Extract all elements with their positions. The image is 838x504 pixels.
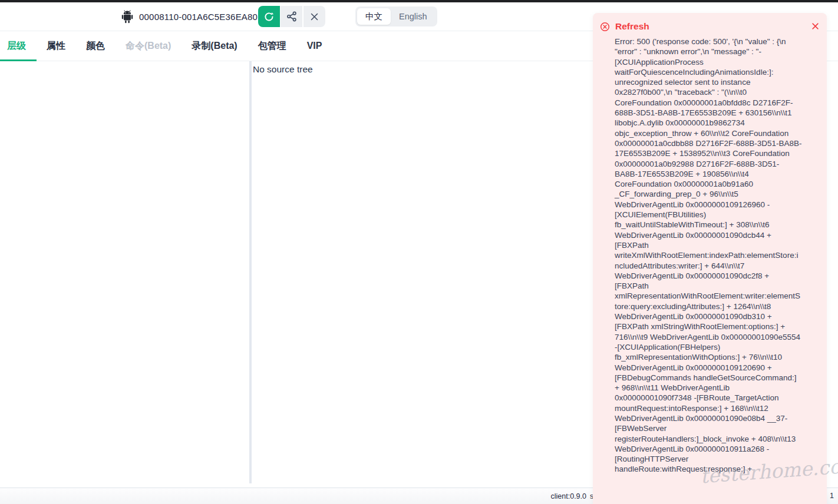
client-version-label: client:0.9.0: [551, 492, 586, 500]
tab-properties[interactable]: 属性: [47, 40, 65, 52]
tab-commands-beta: 命令(Beta): [126, 40, 171, 52]
refresh-button[interactable]: [258, 6, 280, 27]
error-message: Error: 500 ('response code: 500', '{\n "…: [615, 37, 802, 475]
tab-colors[interactable]: 颜色: [86, 40, 105, 52]
share-icon: [286, 11, 298, 22]
close-icon: [309, 12, 319, 22]
language-toggle: 中文 English: [355, 6, 437, 26]
tab-recording-beta[interactable]: 录制(Beta): [192, 40, 237, 52]
error-title: Refresh: [615, 21, 649, 32]
device-serial: 00008110-001A6C5E36EA801E: [139, 12, 269, 22]
disconnect-button[interactable]: [303, 6, 325, 27]
android-icon: [121, 10, 133, 24]
error-notification-header: Refresh: [593, 13, 827, 35]
tab-package-manager[interactable]: 包管理: [258, 40, 286, 52]
tab-hierarchy[interactable]: 层级: [7, 40, 26, 52]
error-notification: Refresh Error: 500 ('response code: 500'…: [593, 13, 827, 504]
error-close-button[interactable]: [810, 21, 820, 31]
status-right-fragment: 1: [830, 492, 834, 500]
refresh-icon: [263, 11, 275, 22]
device-action-buttons: [258, 6, 325, 27]
tab-vip[interactable]: VIP: [307, 41, 322, 51]
error-circle-icon: [600, 22, 610, 32]
language-option-chinese[interactable]: 中文: [357, 8, 391, 25]
share-button[interactable]: [281, 6, 302, 27]
empty-tree-message: No source tree: [253, 64, 313, 75]
device-screen-pane: [0, 61, 249, 483]
language-option-english[interactable]: English: [391, 8, 436, 25]
